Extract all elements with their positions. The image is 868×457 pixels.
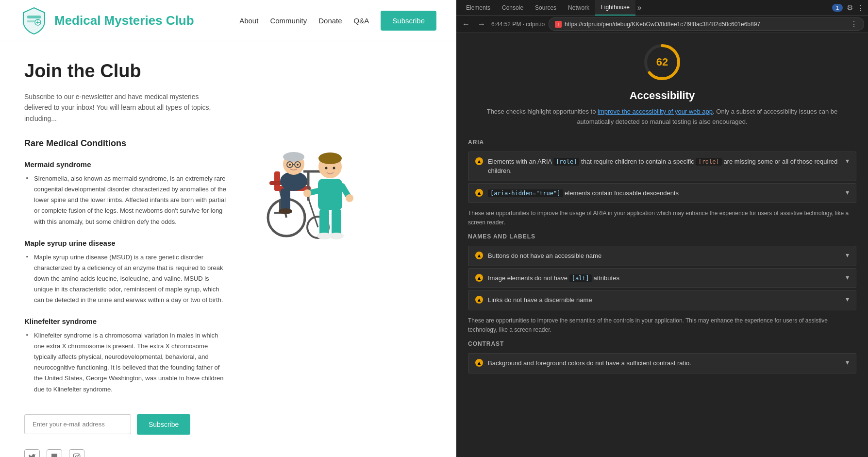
settings-icon[interactable]: ⚙ [847,3,853,12]
svg-rect-24 [281,188,290,210]
instagram-icon[interactable] [69,449,84,457]
forward-button[interactable]: → [476,19,487,30]
chevron-down-icon-4: ▾ [846,273,849,281]
condition-title-klinefelter: Klinefelter syndrome [24,317,228,325]
names-info-text: These are opportunities to improve the s… [468,316,856,335]
svg-point-25 [279,208,292,214]
devtools-panel: Elements Console Sources Network Lightho… [456,0,868,457]
description-link[interactable]: improve the accessibility of your web ap… [598,108,713,115]
section-heading: Rare Medical Conditions [24,138,228,149]
warning-icon-2: ▲ [475,189,483,197]
condition-maple: Maple syrup urine disease Maple syrup ur… [24,239,228,305]
site-header: Medical Mysteries Club About Community D… [0,0,456,41]
illustration-image [228,96,364,244]
contrast-audit-text-1: Background and foreground colors do not … [488,358,841,368]
twitter-icon[interactable] [24,449,40,457]
logo-icon [19,6,49,35]
svg-rect-26 [318,179,342,210]
aria-audit-item-2[interactable]: ▲ [aria-hidden="true"] elements contain … [468,183,856,203]
names-audit-item-3[interactable]: ▲ Links do not have a discernible name ▾ [468,290,856,310]
score-area: 62 [468,43,856,82]
site-nav: About Community Donate Q&A Subscribe [239,11,436,31]
site-content: Join the Club Subscribe to our e-newslet… [0,41,388,457]
svg-point-41 [78,455,79,455]
aria-audit-text-1: Elements with an ARIA [role] that requir… [488,157,841,176]
url-more-icon[interactable]: ⋮ [850,19,858,29]
tab-network[interactable]: Network [562,0,595,16]
names-labels-section-title: NAMES AND LABELS [468,233,856,240]
svg-point-23 [297,164,299,166]
nav-qa[interactable]: Q&A [354,17,369,25]
condition-text-klinefelter: Klinefelter syndrome is a chromosomal va… [24,330,228,395]
names-audit-text-3: Links do not have a discernible name [488,295,841,305]
tab-console[interactable]: Console [496,0,529,16]
more-options-icon[interactable]: ⋮ [857,3,864,12]
url-favicon: ! [555,21,562,28]
score-circle: 62 [643,43,682,82]
aria-section-title: ARIA [468,139,856,146]
svg-point-28 [318,152,342,164]
nav-community[interactable]: Community [270,17,307,25]
twitch-icon[interactable] [47,449,62,457]
main-heading: Join the Club [24,61,364,82]
condition-mermaid: Mermaid syndrome Sirenomelia, also known… [24,160,228,227]
svg-rect-35 [319,209,329,236]
names-audit-item-2[interactable]: ▲ Image elements do not have [alt] attri… [468,268,856,288]
subscribe-button[interactable]: Subscribe [137,414,190,435]
warning-icon-4: ▲ [475,274,483,282]
svg-point-29 [325,167,328,169]
contrast-audit-item-1[interactable]: ▲ Background and foreground colors do no… [468,353,856,373]
condition-text-maple: Maple syrup urine disease (MSUD) is a ra… [24,252,228,305]
aria-audit-item-1[interactable]: ▲ Elements with an ARIA [role] that requ… [468,152,856,181]
chevron-down-icon-3: ▾ [846,251,849,259]
chevron-down-icon-2: ▾ [846,188,849,196]
devtools-content: 62 Accessibility These checks highlight … [456,33,868,457]
description-text-1: These checks highlight opportunities to [487,108,598,115]
tab-lighthouse[interactable]: Lighthouse [595,0,635,16]
svg-point-38 [329,233,344,239]
nav-about[interactable]: About [239,17,258,25]
notification-badge[interactable]: 1 [832,4,843,12]
warning-icon-5: ▲ [475,296,483,304]
tab-sources[interactable]: Sources [529,0,562,16]
warning-icon-6: ▲ [475,359,483,367]
more-tabs-icon[interactable]: » [637,3,642,12]
contrast-section-title: CONTRAST [468,340,856,347]
logo-area: Medical Mysteries Club [19,6,194,35]
email-input[interactable] [24,414,131,434]
condition-text-mermaid: Sirenomelia, also known as mermaid syndr… [24,173,228,227]
lighthouse-title: Accessibility [468,89,856,102]
url-bar: ! https://cdpn.io/pen/debug/KKebGwO/0d8e… [549,17,864,31]
names-audit-item-1[interactable]: ▲ Buttons do not have an accessible name… [468,246,856,266]
svg-point-18 [283,152,304,162]
nav-donate[interactable]: Donate [318,17,342,25]
lighthouse-description: These checks highlight opportunities to … [468,107,856,127]
devtools-toolbar: ← → 6:44:52 PM · cdpn.io ! https://cdpn.… [456,16,868,33]
content-area: Subscribe to our e-newsletter and have m… [24,91,364,395]
svg-rect-0 [27,16,41,18]
chevron-down-icon-5: ▾ [846,295,849,303]
condition-klinefelter: Klinefelter syndrome Klinefelter syndrom… [24,317,228,395]
devtools-icons-right: 1 ⚙ ⋮ [832,3,864,12]
aria-audit-text-2: [aria-hidden="true"] elements contain fo… [488,188,841,198]
url-text: https://cdpn.io/pen/debug/KKebGwO/0d8ee1… [565,21,760,28]
subscribe-section: Subscribe [24,414,364,435]
site-title: Medical Mysteries Club [54,13,194,28]
warning-icon-3: ▲ [475,252,483,259]
nav-subscribe-button[interactable]: Subscribe [381,11,436,31]
svg-point-30 [333,167,335,169]
aria-info-text: These are opportunities to improve the u… [468,209,856,227]
content-left: Subscribe to our e-newsletter and have m… [24,91,228,395]
toolbar-time: 6:44:52 PM · cdpn.io [491,21,545,28]
names-audit-text-1: Buttons do not have an accessible name [488,251,841,261]
names-audit-text-2: Image elements do not have [alt] attribu… [488,273,841,283]
svg-point-22 [289,164,291,166]
score-number: 62 [656,56,668,68]
svg-rect-36 [332,209,341,236]
condition-title-mermaid: Mermaid syndrome [24,160,228,169]
social-icons [24,449,364,457]
chevron-down-icon-1: ▾ [846,157,849,165]
tab-elements[interactable]: Elements [460,0,496,16]
svg-point-34 [346,194,353,202]
back-button[interactable]: ← [460,19,472,30]
